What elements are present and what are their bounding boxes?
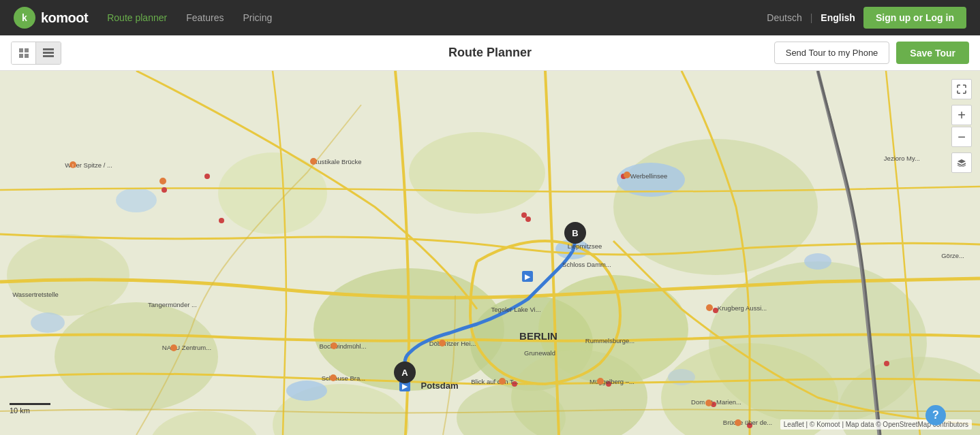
svg-text:▶: ▶	[402, 383, 408, 390]
svg-text:Krugberg Aussi...: Krugberg Aussi...	[718, 304, 767, 312]
svg-text:Blick auf den T...: Blick auf den T...	[471, 378, 519, 385]
svg-text:Wassertretstelle: Wassertretstelle	[12, 291, 59, 298]
svg-point-90	[499, 378, 506, 385]
page-title: Route Planner	[448, 46, 532, 60]
svg-text:Grunewald: Grunewald	[524, 349, 555, 357]
svg-text:Liepmitzsee: Liepmitzsee	[568, 242, 602, 250]
navbar: k komoot Route planner Features Pricing …	[0, 0, 980, 35]
svg-text:BERLIN: BERLIN	[519, 330, 557, 342]
send-tour-button[interactable]: Send Tour to my Phone	[774, 42, 890, 64]
signup-button[interactable]: Sign up or Log in	[863, 7, 966, 29]
svg-text:Müggelberg –...: Müggelberg –...	[589, 378, 634, 385]
svg-text:Schleuse Bra...: Schleuse Bra...	[322, 374, 365, 382]
svg-text:▶: ▶	[525, 273, 531, 280]
svg-text:Dom St. Marien...: Dom St. Marien...	[691, 398, 741, 406]
svg-text:A: A	[401, 368, 408, 378]
fullscreen-icon	[957, 84, 966, 94]
map-svg: ▶ ▶ A B BERLIN Potsdam Wirler Spitze / .…	[0, 71, 980, 435]
lang-english[interactable]: English	[821, 12, 855, 23]
map-container[interactable]: ▶ ▶ A B BERLIN Potsdam Wirler Spitze / .…	[0, 71, 980, 435]
svg-text:NABU Zentrum...: NABU Zentrum...	[162, 344, 211, 351]
svg-text:Potsdam: Potsdam	[421, 381, 459, 391]
svg-text:Rummelsburge...: Rummelsburge...	[585, 337, 634, 344]
svg-rect-5	[43, 52, 54, 54]
zoom-in-button[interactable]: +	[951, 105, 972, 125]
svg-text:Görze...: Görze...	[941, 252, 964, 259]
help-button[interactable]: ?	[925, 405, 946, 425]
svg-point-39	[162, 187, 167, 193]
svg-point-94	[706, 304, 713, 311]
svg-point-84	[624, 172, 630, 178]
nav-right: Deutsch | English Sign up or Log in	[767, 7, 966, 29]
lang-deutsch[interactable]: Deutsch	[767, 12, 801, 23]
svg-text:Jezioro My...: Jezioro My...	[884, 155, 920, 162]
toolbar-right: Send Tour to my Phone Save Tour	[774, 42, 969, 64]
layers-icon	[957, 159, 966, 167]
svg-point-27	[804, 253, 831, 270]
toolbar: Route Planner Send Tour to my Phone Save…	[0, 35, 980, 71]
logo-area[interactable]: k komoot	[14, 7, 88, 29]
svg-rect-2	[19, 54, 23, 58]
svg-point-41	[521, 212, 527, 218]
svg-text:Schloss Damm...: Schloss Damm...	[562, 261, 611, 268]
svg-point-13	[218, 152, 327, 234]
svg-point-49	[884, 361, 889, 366]
svg-text:Tangermünder ...: Tangermünder ...	[148, 301, 197, 308]
grid-icon	[18, 48, 29, 59]
svg-rect-0	[19, 48, 23, 52]
scale-bar: 10 km	[10, 403, 50, 415]
svg-text:B: B	[572, 228, 578, 238]
svg-point-86	[330, 374, 337, 381]
grid-view-button[interactable]	[12, 42, 36, 64]
svg-point-8	[55, 302, 218, 411]
nav-pricing[interactable]: Pricing	[243, 12, 272, 23]
svg-point-91	[439, 340, 446, 347]
save-tour-button[interactable]: Save Tour	[896, 42, 969, 64]
svg-rect-6	[43, 55, 54, 57]
svg-text:Brücke über de...: Brücke über de...	[723, 419, 772, 426]
svg-point-14	[409, 132, 545, 214]
logo-text: komoot	[41, 10, 88, 26]
list-view-button[interactable]	[36, 42, 61, 64]
scale-label: 10 km	[10, 406, 30, 415]
svg-point-87	[705, 400, 712, 406]
svg-point-88	[597, 378, 604, 385]
svg-point-46	[525, 216, 531, 222]
svg-point-16	[7, 234, 129, 316]
view-toggle	[11, 42, 61, 65]
svg-text:Rustikale Brücke: Rustikale Brücke	[313, 158, 361, 165]
svg-point-83	[310, 158, 317, 165]
svg-rect-3	[25, 54, 29, 58]
svg-point-95	[735, 419, 741, 426]
logo-icon: k	[14, 7, 35, 29]
svg-point-40	[219, 218, 224, 223]
svg-rect-1	[25, 48, 29, 52]
lang-sep: |	[810, 12, 813, 23]
fullscreen-button[interactable]	[951, 79, 972, 99]
layers-button[interactable]	[951, 152, 972, 173]
svg-text:!: !	[72, 163, 74, 168]
svg-point-85	[159, 178, 166, 184]
svg-point-26	[116, 188, 157, 212]
svg-point-25	[286, 381, 327, 401]
svg-rect-4	[43, 48, 54, 50]
svg-point-93	[331, 342, 337, 349]
list-icon	[43, 48, 54, 58]
svg-text:Döberitzer Hei...: Döberitzer Hei...	[429, 340, 476, 347]
svg-text:Bockwindmühl...: Bockwindmühl...	[319, 342, 366, 350]
nav-features[interactable]: Features	[186, 12, 224, 23]
zoom-out-button[interactable]: −	[951, 127, 972, 147]
svg-point-28	[31, 312, 65, 333]
map-controls: + −	[951, 79, 972, 173]
svg-point-92	[170, 344, 177, 351]
svg-text:Tegeler Lake Vi...: Tegeler Lake Vi...	[491, 306, 540, 313]
scale-line	[10, 403, 50, 405]
svg-text:Werbellinsee: Werbellinsee	[630, 172, 668, 180]
svg-point-38	[204, 174, 210, 179]
nav-route-planner[interactable]: Route planner	[107, 12, 167, 23]
